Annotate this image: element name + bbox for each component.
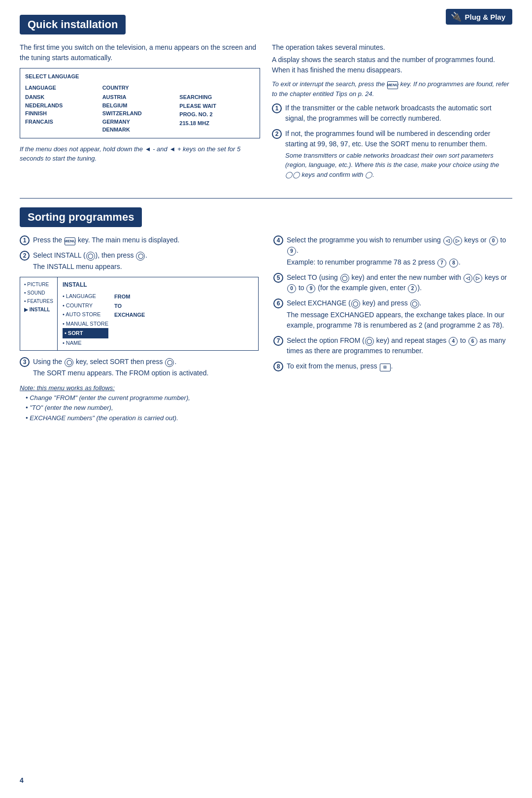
- sort-step8-text: To exit from the menus, press ⊟.: [287, 361, 393, 371]
- stage-4: 4: [449, 337, 458, 346]
- num-badge-2: 2: [272, 129, 282, 139]
- num-badge-1: 1: [272, 103, 282, 113]
- sort-step4-text: Select the programme you wish to renumbe…: [287, 235, 512, 267]
- searching-block: SEARCHING PLEASE WAIT PROG. NO. 2 215.18…: [179, 93, 255, 128]
- sort-step1-text: Press the MENU key. The main menu is dis…: [33, 235, 179, 245]
- country-austria: AUSTRIA: [102, 93, 178, 101]
- country-switzerland: SWITZERLAND: [102, 109, 178, 118]
- label-from: FROM: [114, 293, 145, 301]
- lang-finnish: FINNISH: [25, 109, 100, 118]
- note-bullets: Change "FROM" (enter the current program…: [20, 393, 259, 424]
- install-sort: • SORT: [63, 328, 108, 338]
- item1-text: If the transmitter or the cable network …: [285, 103, 512, 124]
- circle-right-4: ▷: [453, 236, 462, 245]
- note-title: Note: this menu works as follows:: [20, 383, 259, 393]
- sorting-left-list: 1 Press the MENU key. The main menu is d…: [20, 235, 259, 272]
- circle-sym-2b: ◯: [136, 252, 145, 261]
- quick-install-item-2: 2 If not, the programmes found will be n…: [272, 129, 512, 180]
- country-denmark: DENMARK: [102, 126, 178, 134]
- install-items-row: • LANGUAGE • COUNTRY • AUTO STORE • MANU…: [63, 292, 253, 347]
- quick-install-num-list: 1 If the transmitter or the cable networ…: [272, 103, 512, 180]
- sort-num-2: 2: [20, 251, 30, 261]
- sidebar-install: ▶ INSTALL: [24, 305, 53, 314]
- country-germany: GERMANY: [102, 118, 178, 126]
- circle-right-5: ▷: [473, 274, 482, 283]
- install-items-left: • LANGUAGE • COUNTRY • AUTO STORE • MANU…: [63, 292, 108, 347]
- sort-step4-sub: Example: to renumber programme 78 as 2 p…: [287, 257, 512, 267]
- stage-6: 6: [468, 337, 477, 346]
- sort-step-5: 5 Select TO (using ◯ key) and enter the …: [273, 272, 512, 293]
- note-bullet-2: "TO" (enter the new number),: [26, 403, 259, 413]
- please-wait-line: PLEASE WAIT: [179, 102, 255, 111]
- circle-left-4: ◁: [443, 236, 452, 245]
- sort-num-5: 5: [273, 273, 283, 283]
- install-menu-box: • PICTURE • SOUND • FEATURES ▶ INSTALL I…: [20, 277, 259, 351]
- sort-step-4: 4 Select the programme you wish to renum…: [273, 235, 512, 267]
- install-name: • NAME: [63, 338, 108, 348]
- prog-no-line: PROG. NO. 2: [179, 110, 255, 119]
- country-col: COUNTRY AUSTRIA BELGIUM SWITZERLAND GERM…: [102, 84, 178, 134]
- circle-sym-6b: ◯: [410, 299, 419, 308]
- menu-key-sym: MENU: [65, 237, 75, 245]
- item2-text: If not, the programmes found will be num…: [285, 129, 512, 180]
- label-exchange: EXCHANGE: [114, 311, 145, 319]
- select-language-box: SELECT LANGUAGE LANGUAGE DANSK NEDERLAND…: [20, 68, 260, 138]
- plug-play-badge: 🔌 Plug & Play: [446, 9, 512, 25]
- lang-col-header: LANGUAGE: [25, 84, 100, 92]
- sort-step-8: 8 To exit from the menus, press ⊟.: [273, 361, 512, 371]
- sorting-programmes-section: Sorting programmes 1 Press the MENU key.…: [20, 207, 512, 424]
- circle-sym-5: ◯: [340, 274, 349, 283]
- circle-sym-2a: ◯: [86, 252, 95, 261]
- sort-step-1: 1 Press the MENU key. The main menu is d…: [20, 235, 259, 245]
- intro-text: The first time you switch on the televis…: [20, 42, 260, 63]
- install-title: INSTALL: [63, 280, 253, 289]
- searching-spacer: [179, 84, 255, 92]
- num-7: 7: [437, 259, 446, 267]
- num-0-5: 0: [287, 284, 296, 293]
- sorting-heading: Sorting programmes: [20, 207, 142, 227]
- install-country: • COUNTRY: [63, 301, 108, 310]
- italic-note: If the menu does not appear, hold down t…: [20, 144, 260, 164]
- exit-menu-key: ⊟: [380, 364, 391, 371]
- searching-line: SEARCHING: [179, 93, 255, 102]
- sort-step-6: 6 Select EXCHANGE (◯ key) and press ◯. T…: [273, 298, 512, 331]
- circle-sym-3b: ◯: [165, 358, 174, 367]
- mhz-line: 215.18 MHZ: [179, 119, 255, 128]
- quick-install-item-1: 1 If the transmitter or the cable networ…: [272, 103, 512, 124]
- sort-num-8: 8: [273, 362, 283, 371]
- exit-note: To exit or interrupt the search, press t…: [272, 79, 512, 99]
- note-bullet-1: Change "FROM" (enter the current program…: [26, 393, 259, 403]
- lang-dansk: DANSK: [25, 93, 100, 101]
- quick-install-right: The operation takes several minutes. A d…: [272, 42, 512, 184]
- label-to: TO: [114, 302, 145, 310]
- sort-step-2: 2 Select INSTALL (◯), then press ◯. The …: [20, 250, 259, 272]
- sort-step3-text: Using the ◯ key, select SORT then press …: [33, 357, 208, 378]
- install-sidebar: • PICTURE • SOUND • FEATURES ▶ INSTALL: [20, 277, 58, 350]
- sorting-right: 4 Select the programme you wish to renum…: [273, 235, 512, 424]
- sort-step2-sub: The INSTALL menu appears.: [33, 262, 147, 272]
- circle-sym-6: ◯: [351, 299, 360, 308]
- menu-key-icon: MENU: [387, 81, 398, 89]
- circle-sym-3: ◯: [65, 358, 73, 367]
- item2-italic: Some transmitters or cable networks broa…: [285, 151, 512, 180]
- sidebar-features: • FEATURES: [24, 297, 53, 305]
- sorting-right-list: 4 Select the programme you wish to renum…: [273, 235, 512, 371]
- install-manual-store: • MANUAL STORE: [63, 319, 108, 329]
- sort-step2-text: Select INSTALL (◯), then press ◯. The IN…: [33, 250, 147, 272]
- num-9-4: 9: [287, 247, 296, 256]
- select-lang-title: SELECT LANGUAGE: [25, 72, 255, 81]
- display-shows: A display shows the search status and th…: [272, 55, 512, 75]
- plug-play-label: Plug & Play: [465, 13, 505, 21]
- country-col-header: COUNTRY: [102, 84, 178, 92]
- page-number: 4: [20, 776, 24, 784]
- install-language: • LANGUAGE: [63, 292, 108, 301]
- quick-install-section: Quick installation The first time you sw…: [20, 15, 512, 184]
- sidebar-sound: • SOUND: [24, 289, 53, 297]
- lang-nederlands: NEDERLANDS: [25, 101, 100, 110]
- sort-step-3: 3 Using the ◯ key, select SORT then pres…: [20, 357, 259, 378]
- sort-num-4: 4: [273, 235, 283, 245]
- num-9-5: 9: [306, 284, 315, 293]
- sorting-content: 1 Press the MENU key. The main menu is d…: [20, 235, 512, 424]
- sort-num-6: 6: [273, 299, 283, 308]
- sort-num-7: 7: [273, 336, 283, 346]
